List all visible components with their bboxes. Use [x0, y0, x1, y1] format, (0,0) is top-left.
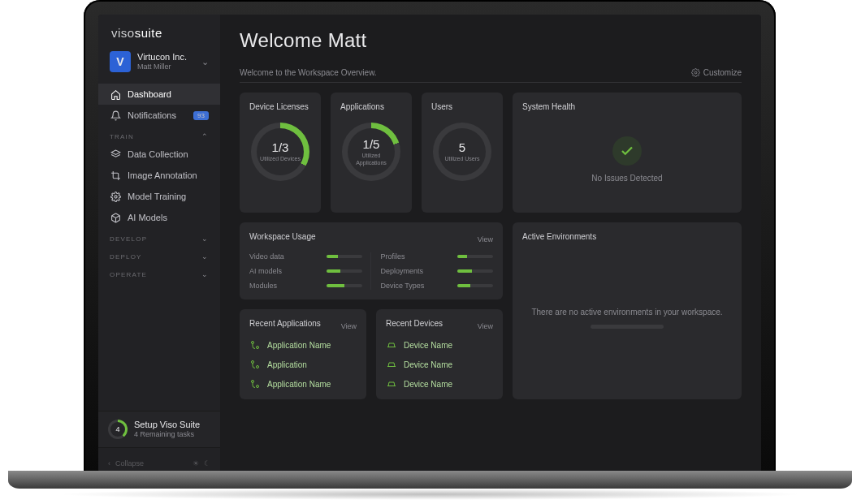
sidebar-item-image-annotation[interactable]: Image Annotation: [98, 165, 220, 186]
list-item-label: Application Name: [267, 380, 331, 389]
usage-row: Profiles: [381, 252, 494, 261]
sidebar-item-notifications[interactable]: Notifications 93: [98, 105, 220, 126]
svg-point-5: [257, 347, 259, 349]
sidebar-item-dashboard[interactable]: Dashboard: [98, 84, 220, 105]
usage-row: AI models: [249, 267, 362, 275]
device-icon: [386, 339, 397, 351]
card-title: Active Environments: [522, 232, 732, 241]
sidebar-section-train[interactable]: Train ⌃: [98, 126, 220, 144]
setup-progress-ring: [108, 420, 128, 439]
donut-sub: Utilized Applications: [348, 153, 395, 166]
recent-device-item[interactable]: Device Name: [386, 339, 493, 351]
laptop-frame: visosuite V Virtucon Inc. Matt Miller ⌄ …: [84, 0, 776, 472]
sidebar-item-label: Model Training: [128, 192, 186, 201]
gear-icon: [110, 191, 121, 202]
card-device-licenses[interactable]: Device Licenses 1/3 Utilized Devices: [240, 93, 321, 213]
chevron-down-icon: ⌄: [201, 270, 209, 278]
sidebar-item-label: Image Annotation: [128, 170, 197, 180]
card-workspace-usage[interactable]: Workspace Usage View Video dataAI models…: [240, 222, 503, 299]
chevron-down-icon: ⌄: [201, 235, 209, 243]
view-link[interactable]: View: [478, 235, 493, 243]
usage-bar: [457, 269, 493, 273]
sidebar-item-ai-models[interactable]: AI Models: [98, 207, 220, 228]
branch-icon: [249, 339, 261, 351]
card-title: Device Licenses: [249, 102, 309, 111]
brand: visosuite: [98, 15, 220, 46]
usage-bar: [457, 284, 493, 287]
nav-train: Data Collection Image Annotation Model T…: [98, 144, 220, 228]
branch-icon: [249, 378, 261, 390]
moon-icon[interactable]: ☾: [204, 459, 210, 467]
cube-icon: [110, 212, 121, 223]
setup-subtitle: 4 Remaining tasks: [134, 430, 200, 439]
donut-value: 5: [459, 140, 465, 154]
donut-licenses: 1/3 Utilized Devices: [251, 123, 309, 181]
brand-right: suite: [135, 26, 162, 40]
setup-card[interactable]: Setup Viso Suite 4 Remaining tasks: [98, 411, 220, 448]
donut-value: 1/3: [272, 140, 289, 154]
list-item-label: Device Name: [404, 380, 452, 389]
donut-users: 5 Utilized Users: [433, 123, 491, 181]
sun-icon[interactable]: ☀: [193, 459, 199, 467]
sidebar-item-data-collection[interactable]: Data Collection: [98, 144, 220, 165]
stats-row: Device Licenses 1/3 Utilized Devices App…: [240, 93, 742, 213]
health-message: No Issues Detected: [591, 174, 662, 183]
usage-label: Modules: [249, 282, 277, 290]
donut-sub: Utilized Devices: [260, 156, 301, 162]
card-system-health[interactable]: System Health No Issues Detected: [513, 93, 742, 213]
customize-button[interactable]: Customize: [691, 68, 742, 77]
card-title: Workspace Usage: [249, 232, 316, 241]
donut-value: 1/5: [363, 137, 380, 151]
sub-header-text: Welcome to the Workspace Overview.: [240, 68, 377, 77]
recent-app-item[interactable]: Application Name: [249, 339, 357, 351]
card-recent-applications[interactable]: Recent Applications View Application Nam…: [240, 309, 366, 399]
card-title: Recent Devices: [386, 319, 443, 328]
chevron-down-icon: ⌄: [201, 252, 209, 261]
usage-row: Deployments: [381, 267, 494, 275]
bell-icon: [110, 110, 121, 121]
view-link[interactable]: View: [341, 322, 357, 330]
card-active-environments[interactable]: Active Environments There are no active …: [513, 222, 742, 399]
recent-device-item[interactable]: Device Name: [386, 359, 493, 370]
svg-point-3: [694, 71, 697, 74]
check-circle-icon: [612, 136, 642, 166]
recent-app-item[interactable]: Application: [249, 359, 357, 370]
sidebar: visosuite V Virtucon Inc. Matt Miller ⌄ …: [98, 15, 220, 472]
list-item-label: Application: [267, 360, 307, 369]
usage-grid: Video dataAI modelsModules ProfilesDeplo…: [249, 252, 493, 290]
device-icon: [386, 359, 397, 370]
svg-point-8: [252, 381, 254, 383]
sidebar-section-operate[interactable]: Operate ⌄: [98, 264, 220, 282]
donut-applications: 1/5 Utilized Applications: [342, 123, 400, 181]
branch-icon: [249, 359, 261, 370]
org-switcher[interactable]: V Virtucon Inc. Matt Miller ⌄: [98, 46, 220, 84]
chevron-left-icon[interactable]: ‹: [108, 459, 110, 467]
card-title: Applications: [340, 102, 384, 111]
recent-device-item[interactable]: Device Name: [386, 378, 493, 390]
sidebar-section-deploy[interactable]: Deploy ⌄: [98, 246, 220, 264]
usage-label: Profiles: [381, 252, 405, 261]
view-link[interactable]: View: [478, 322, 493, 330]
customize-label: Customize: [703, 68, 742, 77]
home-icon: [110, 88, 121, 100]
app-screen: visosuite V Virtucon Inc. Matt Miller ⌄ …: [98, 15, 761, 472]
chevron-up-icon: ⌃: [201, 132, 209, 140]
gear-icon: [691, 68, 700, 77]
usage-row: Modules: [249, 282, 362, 290]
setup-title: Setup Viso Suite: [134, 420, 200, 430]
layers-icon: [110, 149, 121, 160]
card-applications[interactable]: Applications 1/5 Utilized Applications: [331, 93, 412, 213]
collapse-label[interactable]: Collapse: [115, 459, 144, 467]
row-2: Workspace Usage View Video dataAI models…: [240, 222, 742, 399]
sidebar-item-model-training[interactable]: Model Training: [98, 186, 220, 207]
sidebar-item-label: Dashboard: [128, 89, 171, 99]
env-message: There are no active environments in your…: [531, 308, 722, 317]
org-name: Virtucon Inc.: [137, 52, 195, 62]
recent-app-item[interactable]: Application Name: [249, 378, 357, 390]
sub-header-bar: Welcome to the Workspace Overview. Custo…: [240, 68, 742, 83]
card-recent-devices[interactable]: Recent Devices View Device NameDevice Na…: [376, 309, 503, 399]
card-users[interactable]: Users 5 Utilized Users: [422, 93, 503, 213]
page-title: Welcome Matt: [240, 29, 742, 52]
svg-point-9: [257, 386, 259, 388]
sidebar-section-develop[interactable]: Develop ⌄: [98, 228, 220, 246]
